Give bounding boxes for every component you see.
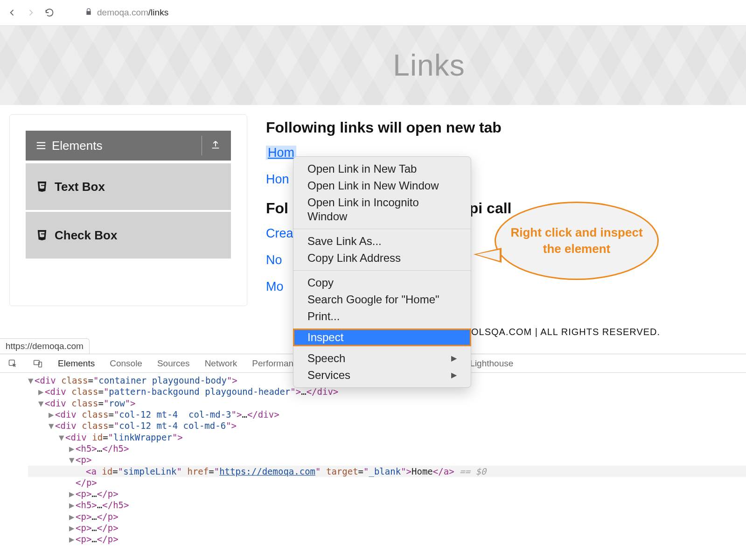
menu-icon <box>36 139 46 153</box>
devtools-tab-lighthouse[interactable]: Lighthouse <box>470 358 513 369</box>
chevron-right-icon: ▶ <box>451 371 457 380</box>
devtools-tab-network[interactable]: Network <box>205 358 237 369</box>
upload-icon <box>210 140 221 152</box>
device-toolbar-icon[interactable] <box>33 358 43 369</box>
status-bar-link: https://demoqa.com <box>0 338 90 354</box>
cm-inspect[interactable]: Inspect <box>293 329 471 346</box>
forward-button[interactable] <box>24 6 37 19</box>
sidebar-item-checkbox[interactable]: Check Box <box>26 212 231 259</box>
sidebar: Elements Text Box Check Box <box>9 114 247 306</box>
chevron-right-icon: ▶ <box>451 354 457 363</box>
page-header: Links <box>0 26 746 105</box>
cm-print[interactable]: Print... <box>293 308 471 325</box>
page-title: Links <box>393 48 465 83</box>
cm-copy-link-address[interactable]: Copy Link Address <box>293 250 471 266</box>
devtools-dom-tree[interactable]: ▼<div class="container playgound-body"> … <box>0 373 746 545</box>
sidebar-header-label: Elements <box>52 139 102 153</box>
cm-open-new-window[interactable]: Open Link in New Window <box>293 177 471 194</box>
back-button[interactable] <box>6 6 19 19</box>
cm-services[interactable]: Services▶ <box>293 367 471 384</box>
cm-speech[interactable]: Speech▶ <box>293 350 471 367</box>
devtools-selected-node[interactable]: <a id="simpleLink" href="https://demoqa.… <box>28 466 746 477</box>
sidebar-accordion-elements[interactable]: Elements <box>26 131 231 161</box>
divider <box>202 136 202 155</box>
heading-newtab: Following links will open new tab <box>266 119 737 136</box>
lock-icon <box>85 7 92 18</box>
devtools-tab-sources[interactable]: Sources <box>157 358 190 369</box>
callout-text: Right click and inspect the element <box>509 224 644 257</box>
html5-icon <box>37 181 47 193</box>
browser-toolbar: demoqa.com/links <box>0 0 746 26</box>
url-host: demoqa.com <box>97 7 148 17</box>
footer-text: OLSQA.COM | ALL RIGHTS RESERVED. <box>471 327 660 337</box>
annotation-callout: Right click and inspect the element <box>495 202 659 280</box>
devtools-tab-console[interactable]: Console <box>110 358 142 369</box>
sidebar-item-label: Check Box <box>55 228 117 243</box>
cm-copy[interactable]: Copy <box>293 274 471 291</box>
context-menu: Open Link in New Tab Open Link in New Wi… <box>293 156 471 388</box>
devtools-tab-elements[interactable]: Elements <box>58 358 95 369</box>
sidebar-item-textbox[interactable]: Text Box <box>26 163 231 210</box>
url-path: /links <box>148 7 168 17</box>
cm-search-google[interactable]: Search Google for "Home" <box>293 291 471 308</box>
link-home[interactable]: Hom <box>266 146 296 160</box>
reload-button[interactable] <box>43 6 56 19</box>
cm-save-link-as[interactable]: Save Link As... <box>293 233 471 250</box>
cm-open-incognito[interactable]: Open Link in Incognito Window <box>293 194 471 225</box>
cm-open-new-tab[interactable]: Open Link in New Tab <box>293 161 471 177</box>
inspect-element-icon[interactable] <box>7 358 18 369</box>
html5-icon <box>37 229 47 241</box>
sidebar-item-label: Text Box <box>55 180 105 194</box>
address-bar[interactable]: demoqa.com/links <box>78 4 740 21</box>
